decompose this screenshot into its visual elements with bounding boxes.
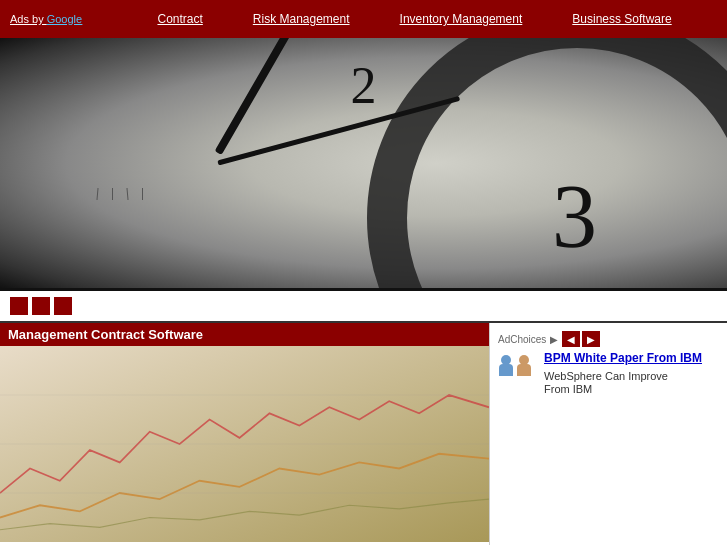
chart-svg xyxy=(0,346,489,542)
ad-bar: Ads by Google Contract Risk Management I… xyxy=(0,0,727,38)
ad-choices-text: AdChoices xyxy=(498,334,546,345)
left-panel: Management Contract Software xyxy=(0,323,490,545)
person-icon-2 xyxy=(516,355,532,375)
nav-left-arrow[interactable]: ◀ xyxy=(562,331,580,347)
ad-choices-icon: ▶ xyxy=(550,334,558,345)
from-ibm: From IBM xyxy=(544,383,719,395)
nav-arrows: ◀ ▶ xyxy=(562,331,600,347)
ads-by-google[interactable]: Ads by Google xyxy=(10,13,82,25)
color-box-3 xyxy=(54,297,72,315)
ad-text: BPM White Paper From IBM WebSphere Can I… xyxy=(544,351,719,395)
left-panel-image xyxy=(0,346,489,542)
clock-hour-hand xyxy=(215,38,292,155)
ad-link-risk[interactable]: Risk Management xyxy=(253,12,350,26)
ad-content: BPM White Paper From IBM WebSphere Can I… xyxy=(498,351,719,395)
ad-description: WebSphere Can Improve xyxy=(544,369,719,383)
person-icon-1 xyxy=(498,355,514,375)
ad-avatar xyxy=(498,351,538,391)
ad-link-contract[interactable]: Contract xyxy=(157,12,202,26)
ad-link-business[interactable]: Business Software xyxy=(572,12,671,26)
clock-number-3: 3 xyxy=(552,165,597,268)
main-content: Management Contract Software xyxy=(0,323,727,545)
clock-number-2: 2 xyxy=(351,56,377,115)
hero-image: 2 3 xyxy=(0,38,727,288)
color-box-row xyxy=(0,291,727,321)
left-panel-title: Management Contract Software xyxy=(0,323,489,346)
ad-choices-bar: AdChoices ▶ ◀ ▶ xyxy=(498,331,719,347)
ad-headline[interactable]: BPM White Paper From IBM xyxy=(544,351,719,367)
color-box-2 xyxy=(32,297,50,315)
ad-link-inventory[interactable]: Inventory Management xyxy=(400,12,523,26)
clock-tick-area xyxy=(87,188,187,228)
right-panel: AdChoices ▶ ◀ ▶ BPM White P xyxy=(490,323,727,545)
nav-right-arrow[interactable]: ▶ xyxy=(582,331,600,347)
color-box-1 xyxy=(10,297,28,315)
ad-links: Contract Risk Management Inventory Manag… xyxy=(112,12,717,26)
